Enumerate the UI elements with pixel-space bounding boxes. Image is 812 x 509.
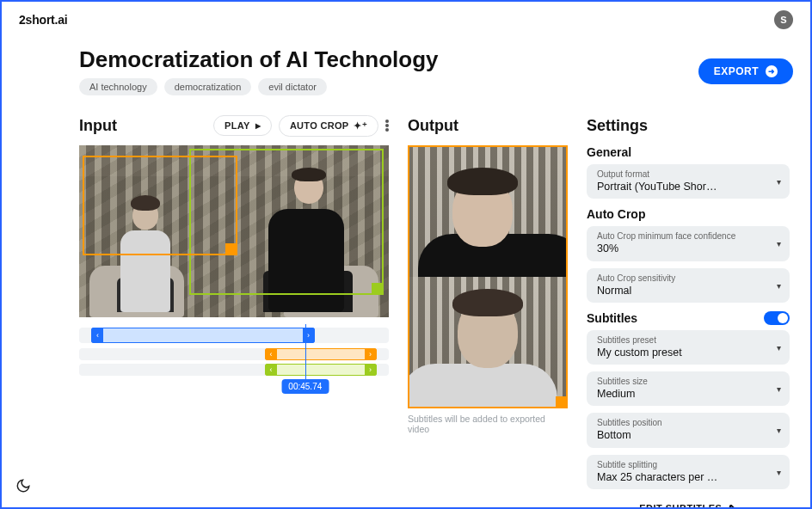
setting-value: Medium	[597, 387, 767, 401]
play-button[interactable]: PLAY ▶	[213, 115, 272, 136]
chevron-down-icon: ▾	[777, 280, 781, 290]
setting-value: 30%	[597, 242, 767, 255]
tag[interactable]: democratization	[164, 78, 252, 95]
input-title: Input	[79, 117, 117, 135]
setting-label: Output format	[597, 169, 767, 180]
trim-handle-right[interactable]: ›	[303, 328, 315, 343]
timeline[interactable]: ‹ › ‹ › ‹ › 00:45.74	[79, 328, 389, 396]
timeline-track-green[interactable]: ‹ ›	[79, 364, 389, 376]
autocrop-label: AUTO CROP	[290, 120, 349, 131]
trim-handle-left[interactable]: ‹	[91, 328, 103, 343]
setting-value: Max 25 characters per …	[597, 470, 767, 484]
output-preview[interactable]	[408, 145, 568, 408]
resize-handle[interactable]	[556, 396, 568, 408]
export-button[interactable]: EXPORT ➜	[698, 58, 793, 84]
setting-label: Subtitles size	[597, 377, 767, 387]
setting-label: Subtitle splitting	[597, 460, 767, 470]
setting-subtitles-size[interactable]: Subtitles size Medium ▾	[587, 371, 790, 406]
tag[interactable]: evil dictator	[258, 78, 327, 95]
chevron-down-icon: ▾	[777, 384, 781, 394]
timeline-track-orange[interactable]: ‹ ›	[79, 348, 389, 360]
subtitles-toggle[interactable]	[764, 311, 790, 325]
playhead[interactable]	[305, 324, 306, 384]
setting-autocrop-confidence[interactable]: Auto Crop minimum face confidence 30% ▾	[587, 226, 790, 261]
setting-label: Auto Crop minimum face confidence	[597, 231, 767, 242]
section-subtitles: Subtitles	[587, 311, 790, 325]
chevron-down-icon: ▾	[777, 342, 781, 352]
setting-value: Portrait (YouTube Shor…	[597, 180, 767, 193]
wand-icon: ✦⁺	[354, 120, 367, 132]
current-time: 00:45.74	[281, 379, 329, 394]
setting-subtitles-splitting[interactable]: Subtitle splitting Max 25 characters per…	[587, 455, 790, 489]
chevron-down-icon: ▾	[777, 177, 781, 187]
edit-subtitles-label: EDIT SUBTITLES	[639, 503, 722, 509]
autocrop-button[interactable]: AUTO CROP ✦⁺	[279, 115, 378, 137]
trim-handle-right[interactable]: ›	[365, 364, 377, 376]
crop-region-orange[interactable]	[83, 156, 237, 255]
more-icon[interactable]	[385, 118, 389, 133]
theme-toggle-icon[interactable]	[15, 478, 31, 494]
section-general: General	[587, 145, 790, 159]
timeline-track-main[interactable]: ‹ ›	[79, 328, 389, 343]
page-title: Democratization of AI Technology	[79, 46, 438, 73]
output-title: Output	[408, 117, 458, 135]
tag[interactable]: AI technology	[79, 78, 157, 95]
setting-value: My custom preset	[597, 346, 767, 359]
setting-autocrop-sensitivity[interactable]: Auto Crop sensitivity Normal ▾	[587, 268, 790, 303]
setting-label: Subtitles preset	[597, 335, 767, 346]
output-note: Subtitles will be added to exported vide…	[408, 414, 568, 434]
avatar[interactable]: S	[774, 10, 793, 29]
chevron-down-icon: ▾	[777, 239, 781, 248]
setting-label: Auto Crop sensitivity	[597, 273, 767, 284]
chevron-down-icon: ▾	[777, 426, 781, 435]
export-label: EXPORT	[714, 65, 759, 77]
setting-value: Bottom	[597, 428, 767, 442]
logo: 2short.ai	[19, 13, 68, 27]
arrow-right-icon: ➜	[766, 65, 778, 77]
setting-label: Subtitles position	[597, 418, 767, 428]
input-video-frame[interactable]	[79, 145, 389, 317]
setting-value: Normal	[597, 284, 767, 297]
section-autocrop: Auto Crop	[587, 207, 790, 221]
play-icon: ▶	[255, 122, 261, 130]
resize-handle[interactable]	[372, 283, 384, 295]
setting-subtitles-position[interactable]: Subtitles position Bottom ▾	[587, 413, 790, 447]
play-label: PLAY	[225, 120, 250, 131]
trim-handle-right[interactable]: ›	[365, 348, 377, 360]
resize-handle[interactable]	[225, 243, 237, 255]
edit-subtitles-button[interactable]: EDIT SUBTITLES ✎	[587, 496, 790, 509]
pencil-icon: ✎	[729, 503, 737, 509]
trim-handle-left[interactable]: ‹	[265, 364, 277, 376]
setting-subtitles-preset[interactable]: Subtitles preset My custom preset ▾	[587, 330, 790, 365]
trim-handle-left[interactable]: ‹	[265, 348, 277, 360]
setting-output-format[interactable]: Output format Portrait (YouTube Shor… ▾	[587, 164, 790, 199]
settings-title: Settings	[587, 117, 648, 135]
chevron-down-icon: ▾	[777, 467, 781, 476]
